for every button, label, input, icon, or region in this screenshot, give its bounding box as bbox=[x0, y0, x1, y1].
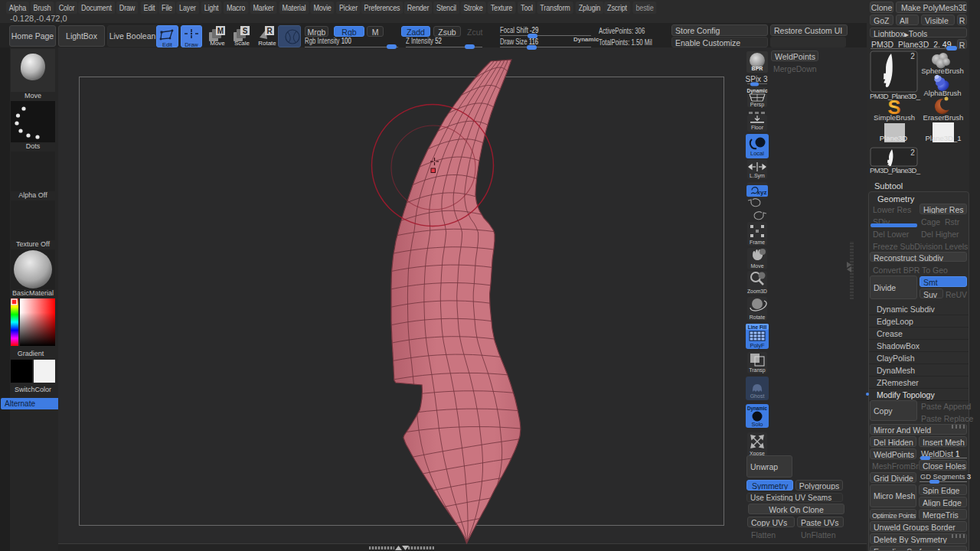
svg-text:Dynamic: Dynamic bbox=[747, 406, 768, 412]
svg-text:SphereBrush: SphereBrush bbox=[921, 67, 963, 75]
svg-text:Solo: Solo bbox=[751, 421, 763, 428]
svg-text:EraserBrush: EraserBrush bbox=[923, 113, 964, 122]
svg-text:Frame: Frame bbox=[750, 240, 765, 245]
svg-text:Texture Off: Texture Off bbox=[16, 240, 50, 248]
svg-text:Move: Move bbox=[750, 263, 763, 269]
svg-text:S: S bbox=[243, 27, 248, 35]
svg-text:Line Fill: Line Fill bbox=[748, 324, 767, 330]
svg-text:Dots: Dots bbox=[26, 142, 41, 150]
svg-text:Move: Move bbox=[24, 92, 41, 99]
svg-text:PolyF: PolyF bbox=[750, 342, 765, 349]
svg-text:BasicMaterial: BasicMaterial bbox=[12, 289, 54, 297]
svg-text:2: 2 bbox=[910, 148, 915, 157]
svg-text:Floor: Floor bbox=[751, 125, 764, 130]
svg-text:Persp: Persp bbox=[750, 102, 764, 108]
svg-text:xyz: xyz bbox=[757, 189, 767, 196]
svg-text:Plane3D: Plane3D bbox=[880, 134, 908, 142]
svg-text:L.Sym: L.Sym bbox=[750, 173, 765, 179]
svg-text:Move: Move bbox=[210, 40, 225, 47]
svg-text:Local: Local bbox=[750, 150, 764, 157]
svg-text:Gradient: Gradient bbox=[18, 350, 44, 357]
svg-text:2: 2 bbox=[910, 52, 915, 60]
svg-text:M: M bbox=[217, 27, 224, 35]
svg-text:Dynamic: Dynamic bbox=[746, 88, 767, 94]
svg-text:Scale: Scale bbox=[234, 40, 250, 47]
svg-text:Ghost: Ghost bbox=[750, 393, 765, 399]
svg-text:Alternate: Alternate bbox=[5, 399, 35, 408]
svg-text:PM3D_Plane3D_: PM3D_Plane3D_ bbox=[870, 166, 921, 174]
svg-text:Transp: Transp bbox=[749, 367, 766, 373]
svg-text:SimpleBrush: SimpleBrush bbox=[874, 113, 915, 122]
svg-text:Plane3D_1: Plane3D_1 bbox=[925, 134, 961, 142]
svg-text:BPR: BPR bbox=[752, 66, 763, 71]
svg-text:Rotate: Rotate bbox=[258, 40, 276, 47]
svg-text:AlphaBrush: AlphaBrush bbox=[923, 89, 961, 97]
svg-text:Rotate: Rotate bbox=[750, 315, 766, 320]
svg-text:SPix 3: SPix 3 bbox=[746, 75, 768, 83]
svg-text:SwitchColor: SwitchColor bbox=[15, 386, 51, 393]
svg-text:Zoom3D: Zoom3D bbox=[747, 289, 767, 294]
svg-text:Alpha Off: Alpha Off bbox=[18, 191, 47, 199]
svg-text:R: R bbox=[266, 27, 273, 35]
